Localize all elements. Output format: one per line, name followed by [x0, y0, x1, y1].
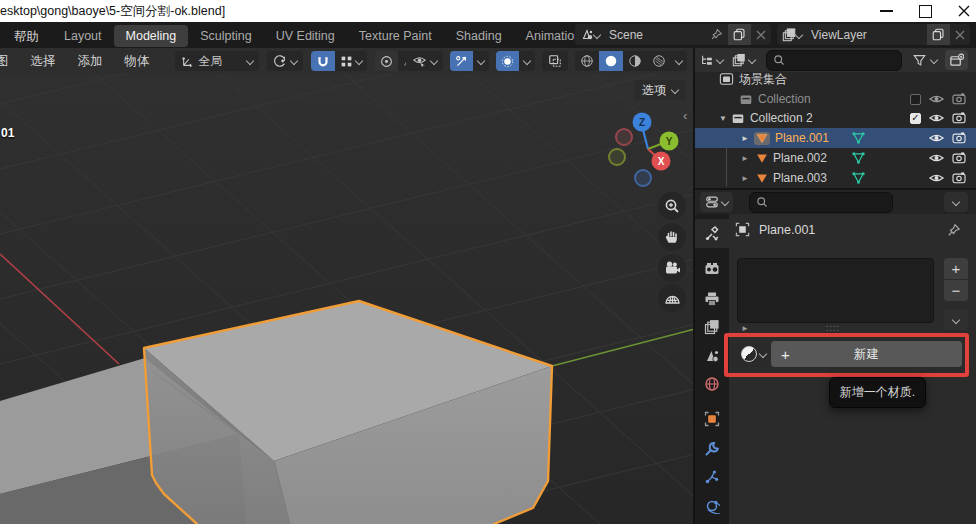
outliner-row-plane001[interactable]: ► Plane.001 [695, 128, 976, 148]
maximize-button[interactable] [919, 5, 932, 18]
new-scene-button[interactable] [728, 24, 751, 45]
menu-add[interactable]: 添加 [67, 53, 114, 70]
snap-target-dropdown[interactable] [335, 51, 367, 71]
outliner-row-collection[interactable]: Collection [695, 89, 976, 109]
perspective-toggle-button[interactable] [658, 284, 686, 312]
tab-physics[interactable] [695, 491, 729, 520]
expand-arrow-icon[interactable]: ► [741, 154, 749, 163]
hide-eye-icon[interactable] [929, 152, 944, 164]
overlays-dropdown[interactable] [519, 51, 535, 71]
outliner-search-input[interactable] [766, 50, 902, 71]
hand-icon [664, 229, 680, 245]
gizmo-minus-x-ball[interactable] [616, 129, 632, 145]
pivot-point-dropdown[interactable] [267, 51, 303, 71]
add-material-slot-button[interactable]: + [944, 258, 968, 279]
outliner-filter-dropdown[interactable] [912, 53, 937, 67]
resize-grip-dots[interactable]: :::: [826, 323, 844, 333]
viewlayer-name[interactable]: ViewLayer [807, 28, 927, 42]
minimize-button[interactable] [880, 10, 893, 12]
outliner-row-plane003[interactable]: ► Plane.003 [695, 168, 976, 188]
tab-tool[interactable] [695, 219, 729, 248]
shading-dropdown[interactable] [671, 51, 687, 71]
pin-icon[interactable] [947, 223, 961, 237]
breadcrumb-object-name[interactable]: Plane.001 [759, 223, 815, 237]
viewlayer-type-dropdown[interactable] [777, 24, 807, 45]
object-visibility-dropdown[interactable] [406, 51, 443, 71]
tab-output[interactable] [695, 284, 729, 313]
expand-arrow-icon[interactable]: ▼ [719, 114, 727, 123]
panel-expand-arrow[interactable]: ► [741, 324, 749, 333]
tab-object[interactable] [695, 404, 729, 433]
disable-render-camera-icon[interactable] [952, 93, 966, 105]
tab-layout[interactable]: Layout [52, 25, 114, 47]
menu-help[interactable]: 帮助 [2, 25, 51, 50]
menu-view[interactable]: 图 [0, 53, 20, 70]
new-viewlayer-button[interactable] [927, 24, 950, 45]
outliner-editor-type-dropdown[interactable] [700, 53, 723, 67]
pin-icon[interactable] [710, 28, 723, 41]
show-overlays-toggle[interactable] [496, 51, 519, 71]
gizmos-dropdown[interactable] [473, 51, 489, 71]
hide-eye-icon[interactable] [929, 132, 944, 144]
tab-sculpting[interactable]: Sculpting [188, 25, 263, 47]
hide-eye-icon[interactable] [929, 172, 944, 184]
shading-material-button[interactable] [623, 51, 647, 71]
navigation-gizmo[interactable]: Z Y X [600, 100, 695, 195]
tab-uv-editing[interactable]: UV Editing [264, 25, 347, 47]
mesh-object-icon [756, 133, 768, 144]
remove-material-slot-button[interactable]: − [944, 280, 968, 301]
disable-render-camera-icon[interactable] [952, 172, 966, 184]
disable-render-camera-icon[interactable] [952, 112, 966, 124]
outliner-row-collection2[interactable]: ▼ Collection 2 ✓ [695, 108, 976, 128]
close-button[interactable] [958, 5, 970, 17]
proportional-editing-toggle[interactable] [375, 51, 398, 71]
tab-shading[interactable]: Shading [444, 25, 514, 47]
properties-editor-type-dropdown[interactable] [700, 192, 733, 212]
disable-render-camera-icon[interactable] [952, 152, 966, 164]
tab-render[interactable] [695, 254, 729, 283]
mesh-data-icon[interactable] [851, 131, 866, 145]
show-gizmos-toggle[interactable] [450, 51, 473, 71]
tab-modifiers[interactable] [695, 434, 729, 463]
scene-name[interactable]: Scene [605, 28, 710, 42]
scene-type-dropdown[interactable] [575, 24, 605, 45]
transform-orientation-dropdown[interactable]: 全局 [175, 51, 259, 71]
outliner-display-mode-dropdown[interactable] [732, 53, 755, 67]
menu-object[interactable]: 物体 [114, 53, 161, 70]
disable-render-camera-icon[interactable] [952, 132, 966, 144]
hide-eye-icon[interactable] [929, 93, 944, 105]
collection-checkbox[interactable]: ✓ [910, 113, 921, 124]
tab-particles[interactable] [695, 462, 729, 491]
outliner-row-plane002[interactable]: ► Plane.002 [695, 148, 976, 168]
collection-checkbox[interactable] [910, 94, 921, 105]
tab-texture-paint[interactable]: Texture Paint [347, 25, 444, 47]
camera-view-button[interactable] [658, 254, 686, 282]
menu-select[interactable]: 选择 [20, 53, 67, 70]
outliner-row-scene-collection[interactable]: 场景集合 [695, 69, 976, 89]
new-collection-button[interactable] [945, 50, 968, 70]
viewport-options-button[interactable]: 选项 [634, 80, 686, 100]
hide-eye-icon[interactable] [929, 112, 944, 124]
material-slot-list[interactable] [737, 258, 934, 323]
tab-modeling[interactable]: Modeling [114, 25, 189, 47]
zoom-button[interactable] [658, 192, 686, 220]
expand-arrow-icon[interactable]: ► [741, 174, 749, 183]
gizmo-minus-y-ball[interactable] [609, 149, 625, 165]
material-specials-dropdown[interactable] [944, 309, 968, 330]
unlink-scene-button[interactable] [751, 24, 771, 45]
shading-wireframe-button[interactable] [575, 51, 599, 71]
shading-rendered-button[interactable] [647, 51, 671, 71]
xray-toggle[interactable] [542, 51, 568, 71]
pan-button[interactable] [658, 223, 686, 251]
gizmo-minus-z-ball[interactable] [635, 170, 651, 186]
snap-toggle[interactable] [311, 51, 335, 71]
row-label: Collection 2 [750, 111, 813, 125]
properties-search-input[interactable] [749, 192, 893, 213]
remove-viewlayer-button[interactable] [950, 24, 970, 45]
mesh-data-icon[interactable] [851, 171, 866, 185]
expand-arrow-icon[interactable]: ► [741, 134, 749, 143]
viewport-canvas[interactable] [0, 74, 695, 524]
mesh-data-icon[interactable] [851, 151, 866, 165]
properties-options-dropdown[interactable] [944, 192, 968, 212]
shading-solid-button[interactable] [599, 51, 623, 71]
